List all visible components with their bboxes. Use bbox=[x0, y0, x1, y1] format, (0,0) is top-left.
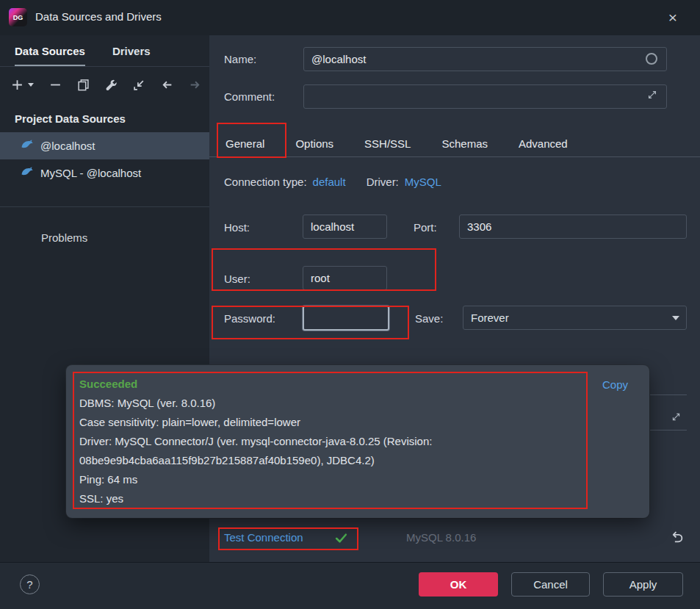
settings-tabbar: General Options SSH/SSL Schemas Advanced bbox=[209, 131, 700, 157]
dbms-version-text: MySQL 8.0.16 bbox=[406, 531, 476, 544]
tab-advanced[interactable]: Advanced bbox=[519, 131, 568, 156]
hidden-field-fragment bbox=[649, 406, 687, 430]
add-icon[interactable] bbox=[10, 78, 24, 92]
expand-editor-icon[interactable] bbox=[647, 90, 657, 100]
forward-arrow-icon[interactable] bbox=[188, 78, 202, 92]
host-input[interactable] bbox=[303, 215, 387, 239]
popup-line: DBMS: MySQL (ver. 8.0.16) bbox=[79, 394, 636, 413]
apply-button[interactable]: Apply bbox=[603, 572, 683, 597]
comment-input[interactable] bbox=[303, 84, 667, 109]
list-item-label: @localhost bbox=[40, 140, 95, 152]
tab-ssh-ssl[interactable]: SSH/SSL bbox=[364, 131, 411, 156]
comment-label: Comment: bbox=[224, 88, 275, 104]
list-item-localhost[interactable]: @localhost bbox=[0, 132, 209, 159]
properties-wrench-icon[interactable] bbox=[104, 78, 118, 92]
window-title: Data Sources and Drivers bbox=[35, 10, 162, 23]
bottom-bar: ? OK Cancel Apply bbox=[0, 562, 700, 609]
loading-spinner-icon bbox=[646, 53, 657, 65]
connection-result-popup: Succeeded DBMS: MySQL (ver. 8.0.16) Case… bbox=[66, 365, 649, 518]
sidebar-tabbar: Data Sources Drivers bbox=[0, 35, 209, 67]
problems-section[interactable]: Problems bbox=[41, 228, 87, 247]
sidebar-toolbar bbox=[10, 73, 202, 96]
project-data-sources-heading: Project Data Sources bbox=[15, 112, 126, 125]
connection-type-row: Connection type: default Driver: MySQL bbox=[224, 176, 441, 188]
port-input[interactable] bbox=[459, 215, 687, 239]
popup-line: 08be9e9b4cba6aa115f9b27b215887af40b159e0… bbox=[79, 451, 636, 470]
connection-type-label: Connection type: bbox=[224, 176, 307, 188]
popup-line: Driver: MySQL Connector/J (ver. mysql-co… bbox=[79, 432, 636, 451]
cancel-button[interactable]: Cancel bbox=[511, 572, 590, 597]
name-label: Name: bbox=[224, 51, 256, 67]
tab-options[interactable]: Options bbox=[295, 131, 333, 156]
save-dropdown[interactable]: Forever bbox=[463, 306, 687, 330]
test-connection-link[interactable]: Test Connection bbox=[224, 531, 303, 544]
password-input[interactable] bbox=[303, 306, 389, 331]
data-source-list: @localhost MySQL - @localhost bbox=[0, 132, 209, 187]
success-check-icon bbox=[334, 531, 348, 545]
back-arrow-icon[interactable] bbox=[160, 78, 174, 92]
driver-label: Driver: bbox=[367, 176, 399, 188]
user-input[interactable] bbox=[303, 266, 387, 290]
remove-icon[interactable] bbox=[48, 78, 62, 92]
connection-type-value[interactable]: default bbox=[313, 176, 346, 188]
tab-general[interactable]: General bbox=[225, 131, 264, 156]
duplicate-icon[interactable] bbox=[76, 78, 90, 92]
list-item-label: MySQL - @localhost bbox=[40, 167, 141, 179]
import-icon[interactable] bbox=[132, 78, 146, 92]
name-input[interactable] bbox=[303, 47, 667, 71]
save-label: Save: bbox=[415, 310, 443, 326]
driver-value[interactable]: MySQL bbox=[405, 176, 441, 188]
tab-data-sources[interactable]: Data Sources bbox=[15, 35, 85, 66]
tab-schemas[interactable]: Schemas bbox=[441, 131, 488, 156]
titlebar: DG Data Sources and Drivers × bbox=[0, 0, 700, 35]
copy-link[interactable]: Copy bbox=[602, 375, 628, 394]
revert-icon[interactable] bbox=[668, 529, 685, 545]
user-label: User: bbox=[224, 270, 250, 287]
help-button[interactable]: ? bbox=[20, 574, 40, 594]
hidden-field-fragment bbox=[649, 381, 687, 395]
chevron-down-icon bbox=[672, 316, 679, 320]
sidebar-divider bbox=[0, 206, 209, 207]
popup-line: SSL: yes bbox=[79, 489, 636, 508]
password-label: Password: bbox=[224, 310, 275, 326]
ok-button[interactable]: OK bbox=[419, 572, 498, 597]
popup-line: Case sensitivity: plain=lower, delimited… bbox=[79, 413, 636, 432]
connection-status: Succeeded bbox=[79, 375, 636, 394]
mysql-dolphin-icon bbox=[21, 138, 34, 154]
add-dropdown-icon[interactable] bbox=[28, 78, 35, 92]
mysql-dolphin-icon bbox=[21, 165, 34, 181]
port-label: Port: bbox=[414, 219, 437, 235]
data-sources-dialog: DG Data Sources and Drivers × Data Sourc… bbox=[0, 0, 700, 609]
host-label: Host: bbox=[224, 219, 250, 235]
expand-editor-icon bbox=[671, 412, 681, 422]
popup-line: Ping: 64 ms bbox=[79, 470, 636, 489]
list-item-mysql-localhost[interactable]: MySQL - @localhost bbox=[0, 159, 209, 187]
close-icon[interactable]: × bbox=[662, 7, 684, 29]
datagrip-app-icon: DG bbox=[9, 8, 27, 26]
save-dropdown-value: Forever bbox=[471, 311, 509, 324]
tab-drivers[interactable]: Drivers bbox=[112, 35, 151, 66]
